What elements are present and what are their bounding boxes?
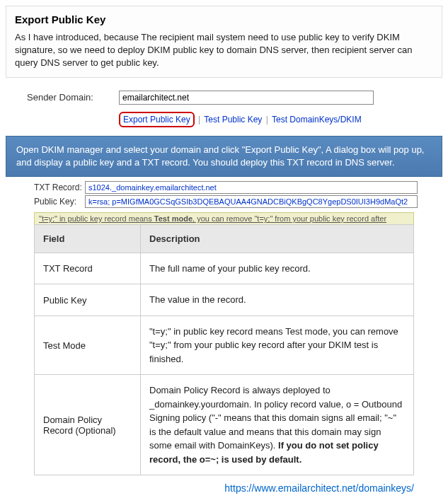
field-cell: Public Key (35, 284, 141, 316)
action-links-row: Export Public Key | Test Public Key | Te… (119, 112, 442, 127)
desc-cell: "t=y;" in public key record means Test m… (141, 315, 414, 375)
table-row: Test Mode "t=y;" in public key record me… (35, 315, 414, 375)
txt-record-label: TXT Record: (34, 183, 85, 192)
sender-domain-input[interactable] (119, 91, 374, 105)
public-key-input[interactable] (85, 195, 418, 208)
public-key-row: Public Key: (34, 195, 442, 208)
table-row: Domain Policy Record (Optional) Domain P… (35, 375, 414, 475)
public-key-label: Public Key: (34, 197, 85, 207)
col-field: Field (35, 224, 141, 253)
desc-cell: Domain Policy Record is always deployed … (141, 375, 414, 475)
intro-body: As I have introduced, because The recipi… (15, 31, 433, 70)
field-cell: Test Mode (35, 315, 141, 375)
source-url-link[interactable]: https://www.emailarchitect.net/domainkey… (224, 482, 414, 494)
col-description: Description (141, 224, 414, 253)
instruction-callout: Open DKIM manager and select your domain… (6, 136, 442, 177)
table-row: Public Key The value in the record. (35, 284, 414, 316)
separator: | (198, 115, 200, 124)
desc-cell: The value in the record. (141, 284, 414, 316)
sender-domain-label: Sender Domain: (27, 92, 119, 103)
field-cell: TXT Record (35, 253, 141, 284)
test-mode-note: "t=y;" in public key record means Test m… (34, 212, 414, 224)
note-post: , you can remove "t=y;" from your public… (193, 214, 386, 223)
record-fields: TXT Record: Public Key: (34, 181, 442, 208)
txt-record-input[interactable] (85, 181, 418, 194)
intro-title: Export Public Key (15, 13, 433, 25)
sender-domain-row: Sender Domain: (27, 91, 442, 105)
test-public-key-link[interactable]: Test Public Key (204, 115, 262, 124)
table-row: TXT Record The full name of your public … (35, 253, 414, 284)
note-pre: "t=y;" in public key record means (39, 214, 154, 223)
field-cell: Domain Policy Record (Optional) (35, 375, 141, 475)
fields-table: Field Description TXT Record The full na… (34, 224, 414, 476)
note-bold: Test mode (154, 214, 193, 223)
desc-cell: The full name of your public key record. (141, 253, 414, 284)
footer-link-row: https://www.emailarchitect.net/domainkey… (6, 482, 414, 494)
intro-box: Export Public Key As I have introduced, … (6, 6, 442, 78)
test-domainkeys-link[interactable]: Test DomainKeys/DKIM (272, 115, 362, 124)
txt-record-row: TXT Record: (34, 181, 442, 194)
separator: | (266, 115, 268, 124)
export-public-key-button[interactable]: Export Public Key (119, 112, 195, 127)
